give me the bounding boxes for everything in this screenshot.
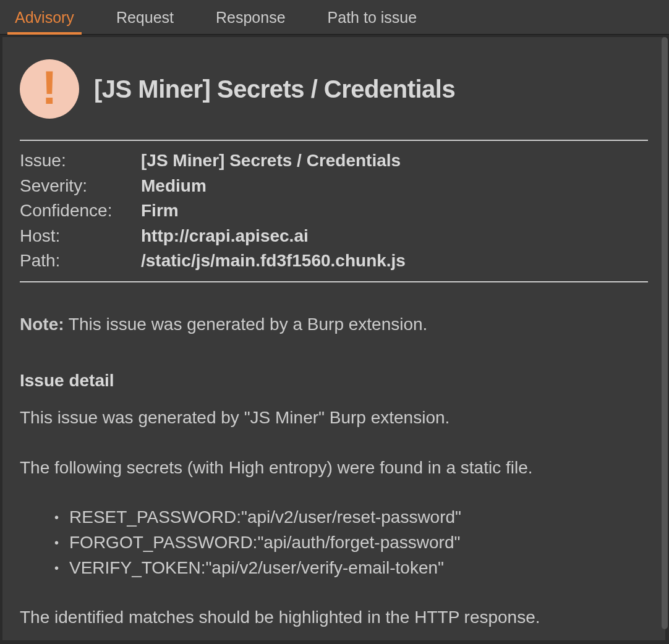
meta-row-host: Host: http://crapi.apisec.ai (20, 224, 648, 249)
tab-request[interactable]: Request (109, 0, 181, 34)
secrets-list: RESET_PASSWORD:"api/v2/user/reset-passwo… (20, 505, 648, 580)
detail-line: The identified matches should be highlig… (20, 605, 648, 630)
meta-value: /static/js/main.fd3f1560.chunk.js (141, 248, 406, 274)
meta-value: http://crapi.apisec.ai (141, 224, 309, 249)
meta-value: Firm (141, 198, 179, 224)
meta-value: Medium (141, 174, 207, 199)
meta-row-severity: Severity: Medium (20, 174, 648, 199)
detail-line: The following secrets (with High entropy… (20, 455, 648, 481)
detail-line: This issue was generated by "JS Miner" B… (20, 405, 648, 431)
tab-response[interactable]: Response (208, 0, 293, 34)
meta-row-issue: Issue: [JS Miner] Secrets / Credentials (20, 148, 648, 174)
divider (20, 140, 648, 141)
warning-icon: ! (20, 59, 79, 119)
meta-label: Severity: (20, 174, 141, 199)
scrollbar-thumb[interactable] (662, 37, 668, 629)
scrollbar[interactable] (662, 37, 668, 642)
list-item: RESET_PASSWORD:"api/v2/user/reset-passwo… (69, 505, 648, 530)
issue-title: [JS Miner] Secrets / Credentials (94, 75, 455, 103)
note-body: This issue was generated by a Burp exten… (64, 315, 428, 334)
meta-label: Confidence: (20, 198, 141, 224)
meta-value: [JS Miner] Secrets / Credentials (141, 148, 401, 174)
tab-bar: Advisory Request Response Path to issue (0, 0, 669, 35)
note-text: Note: This issue was generated by a Burp… (20, 312, 648, 336)
note-label: Note: (20, 315, 64, 334)
issue-detail-heading: Issue detail (20, 371, 648, 391)
list-item: VERIFY_TOKEN:"api/v2/user/verify-email-t… (69, 556, 648, 581)
meta-row-confidence: Confidence: Firm (20, 198, 648, 224)
list-item: FORGOT_PASSWORD:"api/auth/forget-passwor… (69, 530, 648, 556)
divider (20, 281, 648, 282)
meta-row-path: Path: /static/js/main.fd3f1560.chunk.js (20, 248, 648, 274)
tab-advisory[interactable]: Advisory (7, 0, 82, 34)
issue-meta-table: Issue: [JS Miner] Secrets / Credentials … (20, 148, 648, 274)
tab-path-to-issue[interactable]: Path to issue (320, 0, 425, 34)
advisory-panel: ! [JS Miner] Secrets / Credentials Issue… (2, 37, 665, 640)
meta-label: Issue: (20, 148, 141, 174)
meta-label: Path: (20, 248, 141, 274)
meta-label: Host: (20, 224, 141, 249)
